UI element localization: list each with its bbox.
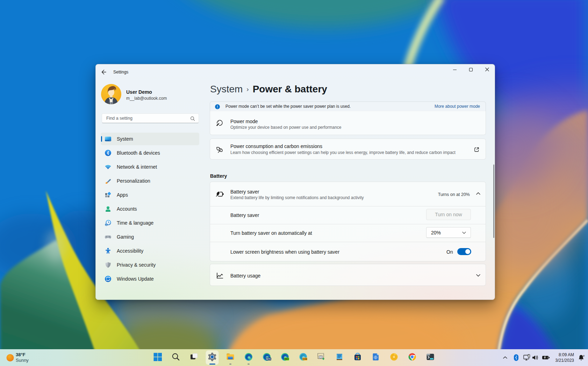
svg-text:CAN: CAN: [303, 358, 307, 360]
svg-text:BETA: BETA: [266, 358, 271, 360]
svg-text:z: z: [583, 354, 585, 357]
svg-text:DEV: DEV: [285, 358, 289, 360]
